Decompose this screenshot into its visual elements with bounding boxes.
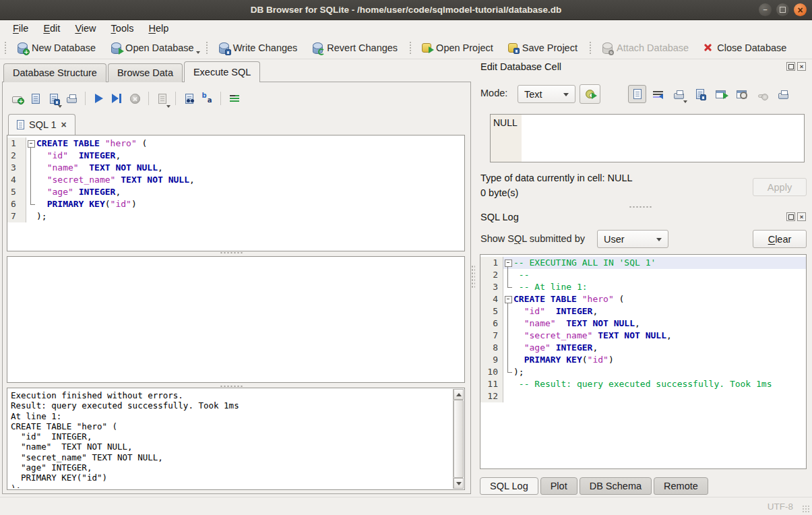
close-database-button[interactable]: Close Database xyxy=(696,40,794,56)
toolbar-handle[interactable] xyxy=(588,40,592,55)
close-dock-icon[interactable] xyxy=(797,62,806,71)
scrollbar[interactable] xyxy=(453,389,464,489)
tab-execute-sql[interactable]: Execute SQL xyxy=(184,61,260,82)
code-text xyxy=(513,390,806,402)
code-line: 3 -- At line 1: xyxy=(480,281,806,293)
clear-log-button[interactable]: Clear xyxy=(753,230,807,248)
new-sql-tab-button[interactable] xyxy=(8,90,26,108)
open-in-external-button[interactable] xyxy=(712,85,730,103)
minimize-button[interactable] xyxy=(759,3,772,16)
code-line: 4CREATE TABLE "hero" ( xyxy=(480,293,806,305)
open-database-button[interactable]: Open Database xyxy=(103,40,201,56)
chevron-down-icon[interactable] xyxy=(196,51,200,54)
copy-link-button[interactable] xyxy=(732,85,751,103)
fold-marker[interactable] xyxy=(503,257,513,269)
encoding-indicator[interactable]: UTF-8 xyxy=(768,502,793,512)
scrollbar-thumb[interactable] xyxy=(454,400,464,478)
menu-view[interactable]: View xyxy=(67,22,103,35)
new-database-button[interactable]: New Database xyxy=(9,40,103,56)
close-dock-icon[interactable] xyxy=(797,212,806,221)
code-line: 2 "id" INTEGER, xyxy=(7,150,464,162)
fold-marker[interactable] xyxy=(503,293,513,305)
auto-format-button[interactable] xyxy=(225,90,243,108)
execution-message-pane: Execution finished without errors. Resul… xyxy=(7,388,465,490)
fold-marker xyxy=(503,330,513,342)
line-number: 10 xyxy=(480,366,503,378)
line-number: 12 xyxy=(480,390,503,402)
code-line: 1-- EXECUTING ALL IN 'SQL 1' xyxy=(480,257,806,269)
word-wrap-button[interactable] xyxy=(649,85,667,103)
float-dock-icon[interactable] xyxy=(786,62,795,71)
toolbar-handle[interactable] xyxy=(408,40,412,55)
toolbar-handle[interactable] xyxy=(205,40,209,55)
tab-plot[interactable]: Plot xyxy=(540,477,577,495)
line-number: 6 xyxy=(7,198,26,210)
write-changes-button[interactable]: Write Changes xyxy=(211,40,305,56)
tab-browse-data[interactable]: Browse Data xyxy=(108,63,183,82)
float-dock-icon[interactable] xyxy=(786,212,795,221)
menu-file[interactable]: File xyxy=(5,22,36,35)
line-number: 11 xyxy=(480,378,503,390)
sql-document-tab[interactable]: SQL 1 × xyxy=(8,114,75,135)
mode-label: Mode: xyxy=(480,88,507,98)
tab-sql-log[interactable]: SQL Log xyxy=(480,477,538,495)
menu-edit[interactable]: Edit xyxy=(36,22,67,35)
close-sql-tab-icon[interactable]: × xyxy=(61,119,67,130)
open-sql-file-button[interactable] xyxy=(26,90,44,108)
save-project-button[interactable]: Save Project xyxy=(501,40,585,56)
print-sql-button[interactable] xyxy=(63,90,81,108)
export-cell-data-button[interactable] xyxy=(691,85,709,103)
execute-all-button[interactable] xyxy=(90,90,108,108)
revert-changes-icon xyxy=(312,42,322,53)
chevron-down-icon xyxy=(683,100,687,103)
dock-tab-bar: SQL Log Plot DB Schema Remote xyxy=(480,477,708,495)
toolbar-handle[interactable] xyxy=(3,40,7,55)
open-sql-file-icon xyxy=(32,94,40,104)
close-button[interactable] xyxy=(794,3,807,16)
print-cell-button[interactable] xyxy=(774,85,792,103)
toolbar-separator xyxy=(148,92,149,105)
code-line: 9 PRIMARY KEY("id") xyxy=(480,354,806,366)
chevron-down-icon[interactable] xyxy=(58,105,62,108)
sql-editor-toolbar xyxy=(8,89,243,108)
revert-changes-button[interactable]: Revert Changes xyxy=(305,40,405,56)
menu-help[interactable]: Help xyxy=(141,22,176,35)
code-line: 8 "age" INTEGER, xyxy=(480,342,806,354)
code-text: "secret_name" TEXT NOT NULL, xyxy=(36,174,464,186)
new-sql-tab-icon xyxy=(12,96,22,103)
scroll-down-button[interactable] xyxy=(454,478,464,489)
save-sql-file-button[interactable] xyxy=(44,90,63,108)
toolbar-separator xyxy=(220,92,221,105)
find-button[interactable] xyxy=(180,90,198,108)
tab-remote[interactable]: Remote xyxy=(654,477,708,495)
cell-value-editor[interactable]: NULL xyxy=(490,114,805,162)
maximize-button[interactable] xyxy=(776,3,789,16)
execute-current-line-button[interactable] xyxy=(108,90,126,108)
code-line: 2 -- xyxy=(480,269,806,281)
sql-log-filter-select[interactable]: User xyxy=(597,230,668,248)
splitter-handle[interactable] xyxy=(220,251,244,255)
mode-select[interactable]: Text xyxy=(518,85,575,103)
find-replace-button[interactable] xyxy=(198,90,216,108)
text-document-button[interactable] xyxy=(628,85,646,103)
sql-log-view[interactable]: 1-- EXECUTING ALL IN 'SQL 1'2 --3 -- At … xyxy=(480,254,807,469)
line-number: 8 xyxy=(480,342,503,354)
code-text: "age" INTEGER, xyxy=(513,342,806,354)
menubar: File Edit View Tools Help xyxy=(0,20,812,36)
tab-database-structure[interactable]: Database Structure xyxy=(3,63,106,82)
tab-db-schema[interactable]: DB Schema xyxy=(580,477,652,495)
edit-cell-dock-title: Edit Database Cell xyxy=(480,61,561,72)
scroll-up-button[interactable] xyxy=(454,389,464,400)
menu-tools[interactable]: Tools xyxy=(104,22,142,35)
open-project-button[interactable]: Open Project xyxy=(414,40,501,56)
save-results-button xyxy=(153,90,171,108)
fold-marker[interactable] xyxy=(26,138,36,150)
dock-controls xyxy=(786,212,806,221)
sql-editor[interactable]: 1CREATE TABLE "hero" (2 "id" INTEGER,3 "… xyxy=(7,135,465,251)
line-number: 5 xyxy=(480,305,503,317)
resize-grip-icon[interactable] xyxy=(802,505,810,513)
open-database-icon xyxy=(111,42,121,53)
dock-splitter-handle[interactable] xyxy=(629,206,653,209)
auto-switch-mode-button[interactable] xyxy=(580,84,600,104)
print-icon xyxy=(778,93,788,99)
